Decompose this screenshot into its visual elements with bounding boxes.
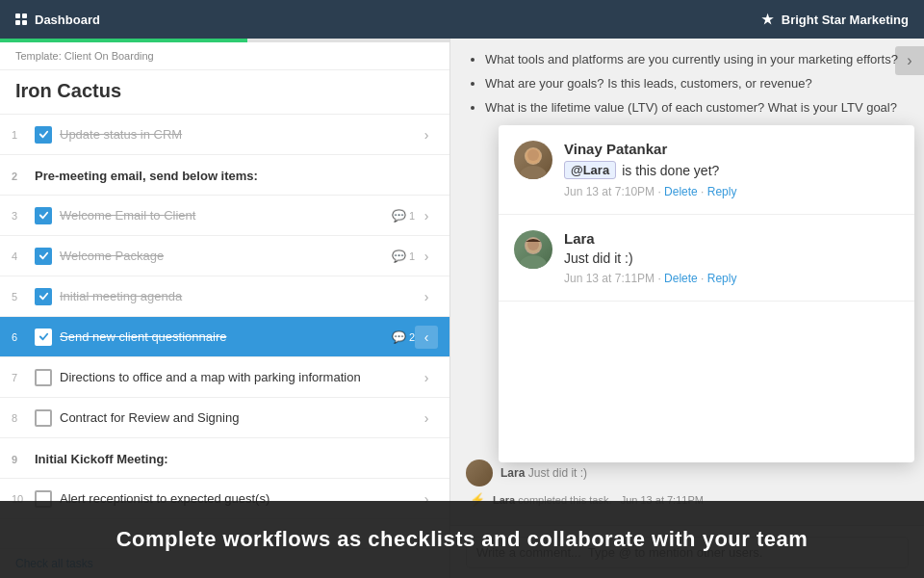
task-expand-button[interactable]: › xyxy=(415,407,438,430)
right-panel: What tools and platforms are you current… xyxy=(450,39,924,578)
comment-count: 💬1 xyxy=(392,209,415,223)
task-label: Update status in CRM xyxy=(60,127,407,142)
svg-point-3 xyxy=(527,149,539,161)
task-expand-button[interactable]: › xyxy=(415,245,438,268)
left-panel: Template: Client On Boarding Iron Cactus… xyxy=(0,39,450,578)
task-expand-button[interactable]: › xyxy=(415,204,438,227)
comment-body: Vinay Patankar @Lara is this done yet? J… xyxy=(564,141,899,198)
section-label: Pre-meeting email, send below items: xyxy=(35,169,438,183)
comment-meta: Jun 13 at 7:11PM · Delete · Reply xyxy=(564,272,899,285)
comment-time: Jun 13 at 7:11PM xyxy=(564,272,654,285)
task-checkbox[interactable] xyxy=(35,328,52,346)
table-row: 2 Pre-meeting email, send below items: xyxy=(0,155,449,196)
row-number: 3 xyxy=(12,210,35,222)
comment-item: Vinay Patankar @Lara is this done yet? J… xyxy=(499,125,914,215)
task-list: 1 Update status in CRM › 2 Pre-meeting e… xyxy=(0,115,449,558)
activity-message: Just did it :) xyxy=(528,466,587,480)
delete-link[interactable]: Delete xyxy=(664,272,698,285)
task-expand-button[interactable]: ‹ xyxy=(415,326,438,349)
row-number: 7 xyxy=(12,372,35,383)
bottom-overlay: Complete workflows as checklists and col… xyxy=(0,501,924,578)
project-title: Iron Cactus xyxy=(0,70,449,115)
top-nav: Dashboard ★ Bright Star Marketing xyxy=(0,0,924,39)
table-row[interactable]: 8 Contract for Review and Signing › xyxy=(0,398,449,438)
task-meta: 💬1 xyxy=(392,209,415,223)
table-row[interactable]: 5 Initial meeting agenda › xyxy=(0,276,449,317)
bullet-list: What tools and platforms are you current… xyxy=(466,50,909,118)
task-checkbox[interactable] xyxy=(35,248,52,265)
dashboard-label: Dashboard xyxy=(35,13,100,27)
task-meta: 💬2 xyxy=(392,330,415,344)
commenter-name: Lara xyxy=(564,230,899,247)
svg-point-5 xyxy=(520,255,547,269)
task-meta: 💬1 xyxy=(392,250,415,263)
reply-link[interactable]: Reply xyxy=(707,272,737,285)
row-number: 6 xyxy=(12,331,35,343)
overlay-text: Complete workflows as checklists and col… xyxy=(116,527,808,552)
task-label: Welcome Package xyxy=(60,249,384,263)
task-checkbox[interactable] xyxy=(35,409,52,427)
comment-message: Just did it :) xyxy=(564,250,633,266)
task-label: Directions to office and a map with park… xyxy=(60,370,415,384)
comment-count: 💬1 xyxy=(392,250,415,263)
avatar xyxy=(514,230,552,269)
table-row[interactable]: 7 Directions to office and a map with pa… xyxy=(0,357,449,398)
activity-avatar xyxy=(466,460,493,486)
task-expand-button[interactable]: › xyxy=(415,123,438,146)
list-item: What tools and platforms are you current… xyxy=(485,50,909,70)
comment-time: Jun 13 at 7:10PM xyxy=(564,185,654,198)
task-checkbox[interactable] xyxy=(35,288,52,305)
reply-link[interactable]: Reply xyxy=(707,185,737,198)
task-label: Send new client questionnaire xyxy=(60,329,384,344)
row-number: 9 xyxy=(12,454,35,465)
comment-text: @Lara is this done yet? xyxy=(564,161,899,179)
delete-link[interactable]: Delete xyxy=(664,185,698,198)
row-number: 4 xyxy=(12,250,35,262)
row-number: 8 xyxy=(12,412,35,424)
comment-text: Just did it :) xyxy=(564,250,899,266)
table-row[interactable]: 4 Welcome Package 💬1 › xyxy=(0,236,449,276)
task-expand-button[interactable]: › xyxy=(415,366,438,389)
star-icon: ★ xyxy=(761,12,774,27)
task-expand-button[interactable]: › xyxy=(415,285,438,308)
table-row[interactable]: 1 Update status in CRM › xyxy=(0,115,449,155)
nav-left[interactable]: Dashboard xyxy=(15,13,100,27)
comment-thread: Vinay Patankar @Lara is this done yet? J… xyxy=(499,125,914,462)
section-label: Initial Kickoff Meeting: xyxy=(35,452,438,466)
activity-text: Lara Just did it :) xyxy=(500,466,587,480)
commenter-name: Vinay Patankar xyxy=(564,141,899,157)
scroll-right-button[interactable]: › xyxy=(895,46,924,75)
table-row: 9 Initial Kickoff Meeting: xyxy=(0,438,449,479)
company-label: Bright Star Marketing xyxy=(782,13,909,27)
list-item: What are your goals? Is this leads, cust… xyxy=(485,74,909,94)
comment-count: 💬2 xyxy=(392,330,415,344)
row-number: 5 xyxy=(12,291,35,302)
mention-tag: @Lara xyxy=(564,161,616,179)
grid-icon xyxy=(15,13,27,25)
svg-point-1 xyxy=(520,166,547,179)
right-content: What tools and platforms are you current… xyxy=(450,39,924,133)
task-label: Initial meeting agenda xyxy=(60,289,415,303)
comment-meta: Jun 13 at 7:10PM · Delete · Reply xyxy=(564,185,899,198)
task-label: Contract for Review and Signing xyxy=(60,410,415,425)
avatar xyxy=(514,141,552,179)
comment-message: is this done yet? xyxy=(622,163,719,178)
list-item: What is the lifetime value (LTV) of each… xyxy=(485,98,909,118)
nav-right[interactable]: ★ Bright Star Marketing xyxy=(761,12,909,27)
row-number: 1 xyxy=(12,129,35,141)
comment-body: Lara Just did it :) Jun 13 at 7:11PM · D… xyxy=(564,230,899,285)
task-label: Welcome Email to Client xyxy=(60,208,384,223)
task-checkbox[interactable] xyxy=(35,126,52,144)
template-label: Template: Client On Boarding xyxy=(0,42,449,70)
activity-row: Lara Just did it :) xyxy=(466,460,909,486)
table-row[interactable]: 3 Welcome Email to Client 💬1 › xyxy=(0,196,449,236)
comment-item: Lara Just did it :) Jun 13 at 7:11PM · D… xyxy=(499,215,914,302)
row-number: 2 xyxy=(12,171,35,182)
table-row[interactable]: 6 Send new client questionnaire 💬2 ‹ xyxy=(0,317,449,357)
task-checkbox[interactable] xyxy=(35,207,52,224)
task-checkbox[interactable] xyxy=(35,369,52,386)
